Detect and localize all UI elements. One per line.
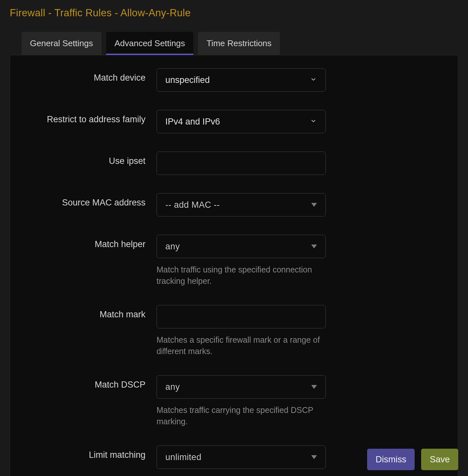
select-source-mac[interactable]: -- add MAC -- bbox=[157, 193, 326, 217]
label-use-ipset: Use ipset bbox=[26, 152, 157, 166]
help-match-dscp: Matches traffic carrying the specified D… bbox=[157, 404, 326, 427]
label-match-dscp: Match DSCP bbox=[26, 375, 157, 390]
page-title: Firewall - Traffic Rules - Allow-Any-Rul… bbox=[10, 7, 458, 19]
input-use-ipset[interactable] bbox=[157, 152, 326, 175]
select-match-dscp[interactable]: any bbox=[157, 375, 326, 399]
select-match-helper-placeholder: any bbox=[165, 242, 180, 252]
select-match-device[interactable]: unspecified bbox=[157, 68, 326, 92]
row-match-helper: Match helper any Match traffic using the… bbox=[26, 235, 442, 287]
button-bar: Dismiss Save bbox=[367, 449, 458, 470]
chevron-down-icon bbox=[310, 75, 317, 85]
help-limit-matching: Limits traffic matching to the specified… bbox=[157, 475, 326, 476]
label-address-family: Restrict to address family bbox=[26, 110, 157, 125]
row-match-device: Match device unspecified bbox=[26, 68, 442, 92]
label-source-mac: Source MAC address bbox=[26, 193, 157, 208]
select-address-family[interactable]: IPv4 and IPv6 bbox=[157, 110, 326, 133]
save-button[interactable]: Save bbox=[421, 449, 458, 470]
tab-advanced-settings[interactable]: Advanced Settings bbox=[106, 32, 194, 55]
select-address-family-value: IPv4 and IPv6 bbox=[165, 117, 220, 127]
row-use-ipset: Use ipset bbox=[26, 152, 442, 175]
select-limit-matching-placeholder: unlimited bbox=[165, 452, 201, 462]
label-limit-matching: Limit matching bbox=[26, 445, 157, 460]
help-match-helper: Match traffic using the specified connec… bbox=[157, 264, 326, 287]
select-match-device-value: unspecified bbox=[165, 75, 210, 85]
row-address-family: Restrict to address family IPv4 and IPv6 bbox=[26, 110, 442, 133]
tab-time-restrictions[interactable]: Time Restrictions bbox=[198, 32, 280, 55]
row-match-dscp: Match DSCP any Matches traffic carrying … bbox=[26, 375, 442, 427]
caret-down-icon bbox=[311, 385, 317, 389]
input-match-mark[interactable] bbox=[157, 305, 326, 328]
form-panel: Match device unspecified Restrict to add… bbox=[10, 55, 458, 476]
tab-general-settings[interactable]: General Settings bbox=[21, 32, 102, 55]
label-match-mark: Match mark bbox=[26, 305, 157, 320]
row-match-mark: Match mark Matches a specific firewall m… bbox=[26, 305, 442, 357]
label-match-helper: Match helper bbox=[26, 235, 157, 249]
caret-down-icon bbox=[311, 455, 317, 459]
chevron-down-icon bbox=[310, 117, 317, 127]
caret-down-icon bbox=[311, 245, 317, 248]
select-match-dscp-placeholder: any bbox=[165, 382, 180, 392]
tab-bar: General Settings Advanced Settings Time … bbox=[10, 32, 458, 55]
caret-down-icon bbox=[311, 203, 317, 207]
select-match-helper[interactable]: any bbox=[157, 235, 326, 258]
label-match-device: Match device bbox=[26, 68, 157, 83]
page-header: Firewall - Traffic Rules - Allow-Any-Rul… bbox=[0, 0, 468, 32]
select-limit-matching[interactable]: unlimited bbox=[157, 445, 326, 469]
row-source-mac: Source MAC address -- add MAC -- bbox=[26, 193, 442, 217]
help-match-mark: Matches a specific firewall mark or a ra… bbox=[157, 334, 326, 357]
select-source-mac-placeholder: -- add MAC -- bbox=[165, 200, 220, 210]
dismiss-button[interactable]: Dismiss bbox=[367, 449, 415, 470]
